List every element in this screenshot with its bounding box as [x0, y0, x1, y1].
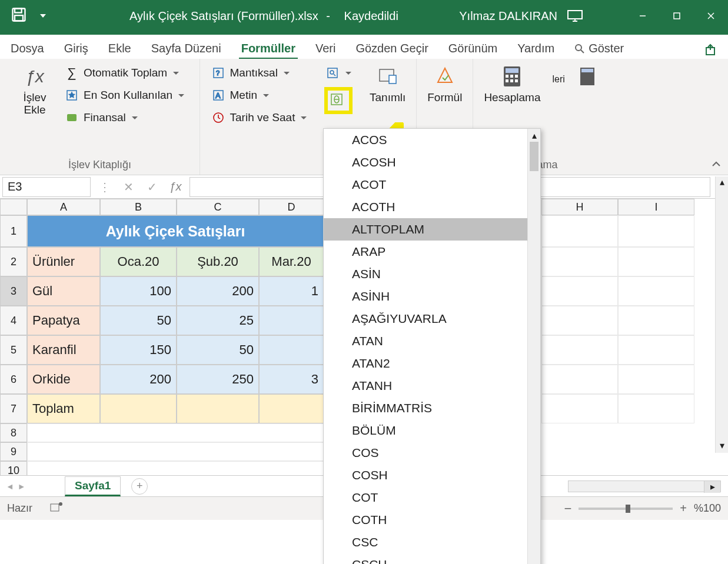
row-headers[interactable]: 1 2 3 4 5 6 7 8 9 10 — [0, 215, 27, 475]
dropdown-scrollbar[interactable]: ▴ ▾ — [527, 129, 540, 564]
cell[interactable]: 1 — [259, 276, 324, 306]
recently-used-button[interactable]: En Son Kullanılan — [64, 87, 185, 104]
menu-item-cosh[interactable]: COSH — [324, 464, 540, 486]
row-header[interactable]: 8 — [0, 423, 27, 442]
enter-icon[interactable]: ✓ — [140, 177, 164, 197]
col-header-d[interactable]: D — [259, 199, 324, 215]
tab-view[interactable]: Görünüm — [446, 38, 500, 59]
tab-layout[interactable]: Sayfa Düzeni — [149, 38, 224, 59]
menu-item-acoth[interactable]: ACOTH — [324, 196, 540, 218]
cell[interactable]: Şub.20 — [177, 247, 259, 276]
zoom-out-button[interactable]: − — [564, 501, 571, 516]
cell[interactable]: 100 — [100, 276, 177, 306]
menu-item-atanh[interactable]: ATANH — [324, 375, 540, 397]
cell[interactable] — [27, 423, 324, 442]
menu-item-atan2[interactable]: ATAN2 — [324, 352, 540, 375]
autosum-button[interactable]: ∑ Otomatik Toplam — [64, 65, 185, 81]
qat-customize[interactable] — [38, 14, 48, 18]
sheet-nav-next[interactable]: ► — [18, 482, 26, 491]
calc-now-button[interactable] — [574, 62, 600, 156]
save-icon[interactable] — [11, 6, 27, 25]
close-button[interactable] — [694, 0, 728, 32]
cell[interactable] — [177, 394, 259, 423]
row-header[interactable]: 10 — [0, 461, 27, 475]
cell[interactable]: Gül — [27, 276, 100, 306]
minimize-button[interactable] — [626, 0, 660, 32]
menu-item-coth[interactable]: COTH — [324, 509, 540, 531]
row-header[interactable]: 3 — [0, 276, 27, 306]
row-header[interactable]: 4 — [0, 306, 27, 335]
cell[interactable]: 200 — [177, 276, 259, 306]
date-time-button[interactable]: Tarih ve Saat — [210, 109, 308, 126]
cell[interactable]: 200 — [100, 365, 177, 394]
cell[interactable]: Oca.20 — [100, 247, 177, 276]
add-sheet-button[interactable]: + — [131, 478, 148, 495]
cell[interactable] — [27, 442, 324, 461]
tell-me[interactable]: Göster — [572, 38, 626, 59]
name-box[interactable]: E3 — [2, 177, 91, 197]
maximize-button[interactable] — [660, 0, 694, 32]
title-cell[interactable]: Aylık Çiçek Satışları — [27, 215, 324, 247]
menu-item-asi̇nh[interactable]: ASİNH — [324, 285, 540, 308]
menu-item-bölüm[interactable]: BÖLÜM — [324, 419, 540, 442]
menu-item-acos[interactable]: ACOS — [324, 129, 540, 151]
menu-item-bi̇ri̇mmatri̇s[interactable]: BİRİMMATRİS — [324, 397, 540, 419]
menu-item-cos[interactable]: COS — [324, 442, 540, 464]
tab-review[interactable]: Gözden Geçir — [353, 38, 430, 59]
logical-button[interactable]: ? Mantıksal — [210, 65, 308, 81]
collapse-ribbon-icon[interactable] — [710, 159, 722, 171]
row-header[interactable]: 1 — [0, 215, 27, 247]
scroll-down-icon[interactable]: ▾ — [716, 440, 728, 453]
col-header-a[interactable]: A — [27, 199, 100, 215]
tab-file[interactable]: Dosya — [8, 38, 46, 59]
row-header[interactable]: 5 — [0, 335, 27, 365]
select-all-corner[interactable] — [0, 199, 27, 215]
tab-home[interactable]: Giriş — [62, 38, 91, 59]
macro-record-icon[interactable] — [50, 502, 63, 515]
zoom-in-button[interactable]: + — [680, 502, 687, 515]
col-header-h[interactable]: H — [541, 199, 618, 215]
display-options-icon[interactable] — [563, 4, 587, 28]
insert-function-button[interactable]: ƒx İşlev Ekle — [14, 62, 55, 156]
cell[interactable]: Toplam — [27, 394, 100, 423]
cell[interactable]: 150 — [100, 335, 177, 365]
tab-data[interactable]: Veri — [313, 38, 338, 59]
col-header-b[interactable]: B — [100, 199, 177, 215]
cell[interactable]: 25 — [177, 306, 259, 335]
menu-item-asi̇n[interactable]: ASİN — [324, 263, 540, 285]
row-header[interactable]: 9 — [0, 442, 27, 461]
financial-button[interactable]: Finansal — [64, 109, 185, 126]
text-button[interactable]: A Metin — [210, 87, 308, 104]
cell[interactable]: Orkide — [27, 365, 100, 394]
sheet-nav-prev[interactable]: ◄ — [6, 482, 14, 491]
menu-item-csch[interactable]: CSCH — [324, 553, 540, 564]
tab-formulas[interactable]: Formüller — [239, 38, 298, 59]
math-trig-button[interactable] — [324, 87, 353, 114]
cell[interactable] — [259, 306, 324, 335]
scroll-up-icon[interactable]: ▴ — [528, 129, 540, 142]
cell[interactable]: Karanfil — [27, 335, 100, 365]
lookup-reference-button[interactable] — [324, 65, 353, 81]
fx-icon-bar[interactable]: ƒx — [164, 177, 187, 197]
cell[interactable]: 250 — [177, 365, 259, 394]
row-header[interactable]: 7 — [0, 394, 27, 423]
scroll-right-icon[interactable]: ▸ — [704, 481, 720, 493]
cell[interactable]: Ürünler — [27, 247, 100, 276]
cell[interactable] — [259, 335, 324, 365]
cell[interactable] — [259, 394, 324, 423]
col-header-i[interactable]: I — [618, 199, 694, 215]
col-header-c[interactable]: C — [177, 199, 259, 215]
cell[interactable] — [27, 461, 324, 475]
row-header[interactable]: 6 — [0, 365, 27, 394]
share-icon[interactable] — [702, 41, 720, 59]
cell[interactable]: 50 — [100, 306, 177, 335]
horizontal-scrollbar[interactable]: ▸ — [568, 480, 721, 492]
cell[interactable] — [100, 394, 177, 423]
tab-help[interactable]: Yardım — [515, 38, 557, 59]
row-header[interactable]: 2 — [0, 247, 27, 276]
scroll-thumb[interactable] — [530, 142, 538, 171]
cell[interactable]: 3 — [259, 365, 324, 394]
menu-item-cot[interactable]: COT — [324, 486, 540, 509]
cell[interactable]: Mar.20 — [259, 247, 324, 276]
scroll-up-icon[interactable]: ▴ — [716, 176, 728, 189]
